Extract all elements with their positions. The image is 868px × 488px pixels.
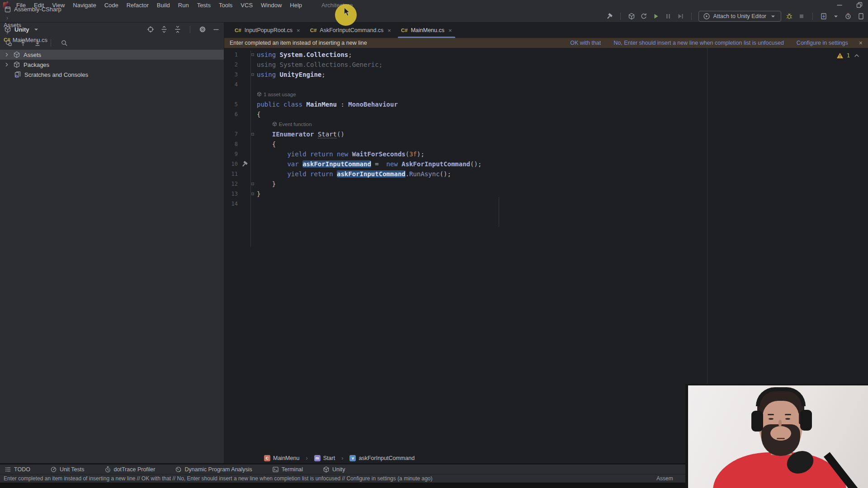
toolwindow-terminal[interactable]: Terminal [272, 465, 303, 474]
menu-vcs[interactable]: VCS [236, 1, 257, 9]
doc-icon[interactable] [856, 12, 864, 20]
scratches-icon [14, 70, 22, 79]
line-number: 1 [224, 52, 238, 58]
attach-to-unity-editor-button[interactable]: Attach to Unity Editor [698, 11, 781, 22]
menu-code[interactable]: Code [100, 1, 123, 9]
todo-icon [5, 465, 11, 474]
breadcrumb-item-askforinputcommand[interactable]: vaskForInputCommand [349, 455, 415, 461]
gutter [238, 109, 257, 119]
fold-marker[interactable] [251, 183, 254, 185]
gutter-hammer-icon[interactable] [241, 160, 249, 168]
tab-mainmenu-cs[interactable]: C#MainMenu.cs× [396, 23, 457, 38]
toolwindow-unity[interactable]: Unity [323, 465, 345, 474]
tree-item-assets[interactable]: Assets [0, 50, 224, 60]
fold-marker[interactable] [251, 133, 254, 136]
unity-icon[interactable] [627, 12, 636, 20]
status-message[interactable]: Enter completed an item instead of inser… [4, 475, 433, 482]
gutter [238, 50, 257, 60]
toolwindow-unit-tests[interactable]: Unit Tests [50, 465, 85, 474]
chevron-right-icon[interactable] [4, 51, 10, 59]
inspection-widget[interactable]: 1 [836, 52, 861, 60]
package-icon [13, 61, 21, 69]
breadcrumb-item[interactable]: Assets [4, 22, 61, 28]
menu-run[interactable]: Run [174, 1, 193, 9]
step-icon[interactable] [676, 12, 684, 20]
fold-marker[interactable] [251, 53, 254, 56]
toolwindow-dottrace-profiler[interactable]: dotTrace Profiler [104, 465, 156, 474]
close-icon[interactable]: × [297, 27, 300, 34]
menu-tests[interactable]: Tests [193, 1, 215, 9]
menu-navigate[interactable]: Navigate [69, 1, 100, 9]
tab-askforinputcommand-cs[interactable]: C#AskForInputCommand.cs× [305, 23, 396, 38]
line-number: 6 [224, 111, 238, 117]
unity-tool-window: Unity AssetsPackagesScratches and Consol… [0, 23, 224, 463]
restore-window-icon[interactable] [855, 1, 863, 9]
line-number: 9 [224, 151, 238, 157]
tab-label: AskForInputCommand.cs [320, 27, 383, 33]
inlay-hint[interactable]: Event function [272, 119, 312, 129]
tab-inputpopuproot-cs[interactable]: C#InputPopupRoot.cs× [230, 23, 305, 38]
clock-icon[interactable] [844, 12, 852, 20]
window-buttons [835, 0, 863, 10]
refresh-icon[interactable] [640, 12, 648, 20]
code-line: 7 IEnumerator Start() [224, 129, 868, 139]
gutter [238, 179, 257, 189]
minimize-window-icon[interactable] [835, 1, 844, 9]
toolwindow-todo[interactable]: TODO [5, 465, 30, 474]
menu-help[interactable]: Help [286, 1, 306, 9]
inlay-hint[interactable]: 1 asset usage [257, 89, 296, 99]
banner-action-link[interactable]: No, Enter should insert a new line when … [613, 40, 784, 46]
minimize-icon[interactable] [212, 25, 220, 33]
tree-item-scratches-and-consoles[interactable]: Scratches and Consoles [0, 70, 224, 80]
line-number: 5 [224, 101, 238, 108]
variable-symbol-icon: v [349, 455, 356, 461]
breadcrumb-separator: › [6, 0, 8, 5]
hammer-icon[interactable] [605, 12, 613, 20]
chevron-up-icon[interactable] [853, 52, 861, 60]
breadcrumb-separator: › [341, 455, 343, 461]
line-number: 3 [224, 71, 238, 78]
terminal-icon [272, 465, 279, 474]
breadcrumb-item[interactable]: Assembly-CSharp [4, 5, 61, 14]
gear-icon[interactable] [198, 25, 207, 33]
breadcrumb-separator: › [6, 29, 8, 36]
line-number: 11 [224, 171, 238, 177]
breadcrumb-item-mainmenu[interactable]: CMainMenu [264, 455, 299, 461]
mouse-cursor [343, 8, 350, 17]
breadcrumb-item-start[interactable]: mStart [314, 455, 335, 461]
fold-marker[interactable] [251, 73, 254, 76]
csharp-file-icon: C# [401, 28, 408, 33]
expand-all-icon[interactable] [160, 25, 168, 33]
close-icon[interactable]: × [448, 27, 452, 34]
menu-tools[interactable]: Tools [215, 1, 236, 9]
banner-action-link[interactable]: OK with that [570, 40, 601, 46]
bug-icon[interactable] [785, 12, 793, 20]
play-icon[interactable] [652, 12, 660, 20]
crosshair-icon[interactable] [146, 25, 155, 33]
class-symbol-icon: C [264, 455, 270, 461]
notification-banner: Enter completed an item instead of inser… [224, 38, 868, 48]
line-number: 12 [224, 181, 238, 187]
tree-item-label: Packages [24, 61, 49, 68]
coverage-icon[interactable] [820, 12, 828, 20]
menu-refactor[interactable]: Refactor [123, 1, 153, 9]
tree-item-packages[interactable]: Packages [0, 60, 224, 70]
caret-icon[interactable] [832, 12, 840, 20]
close-icon[interactable]: × [387, 27, 391, 34]
unity-icon [323, 465, 330, 474]
menu-window[interactable]: Window [257, 1, 286, 9]
collapse-all-icon[interactable] [174, 25, 182, 33]
close-icon[interactable]: × [859, 39, 863, 47]
fold-marker[interactable] [251, 192, 254, 195]
stop-icon[interactable] [797, 12, 806, 20]
banner-action-link[interactable]: Configure in settings [797, 40, 848, 46]
chevron-right-icon[interactable] [4, 61, 10, 69]
tree-item-label: Scratches and Consoles [24, 71, 88, 78]
line-number: 14 [224, 201, 238, 207]
menu-build[interactable]: Build [153, 1, 174, 9]
pause-icon[interactable] [664, 12, 672, 20]
breadcrumb-item[interactable]: C#MainMenu.cs [4, 37, 61, 43]
code-line: 5public class MainMenu : MonoBehaviour [224, 99, 868, 109]
panel-header-icons [146, 25, 220, 33]
toolwindow-dynamic-program-analysis[interactable]: Dynamic Program Analysis [175, 465, 252, 474]
